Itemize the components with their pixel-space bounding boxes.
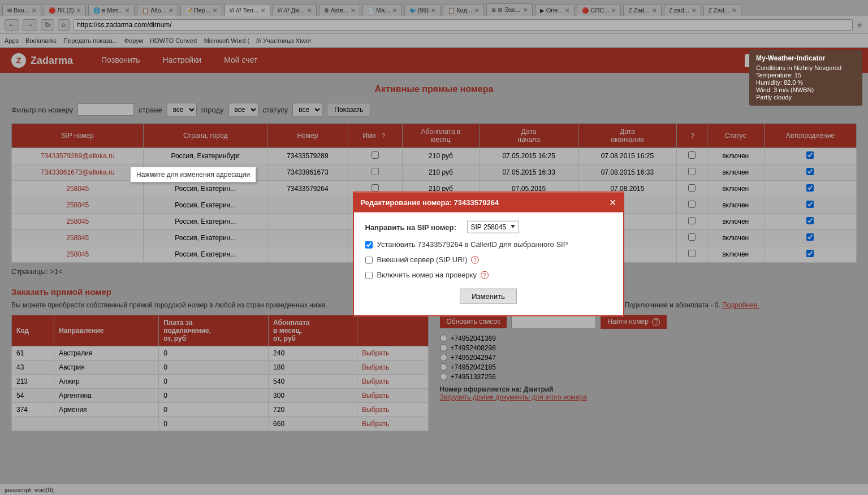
modal-callerid-row: Установить 73433579264 в CallerID для вы… bbox=[365, 240, 612, 250]
weather-title: My-Weather-Indicator bbox=[756, 54, 856, 62]
modal-submit-button[interactable]: Изменить bbox=[460, 288, 517, 303]
modal-verify-row: Включить номер на проверку ? bbox=[365, 270, 612, 280]
verify-number-checkbox[interactable] bbox=[365, 271, 373, 279]
external-server-label: Внешний сервер (SIP URI) ? bbox=[377, 255, 480, 265]
modal-close-button[interactable]: ✕ bbox=[609, 197, 616, 208]
modal-title: Редактирование номера: 73433579264 bbox=[361, 198, 499, 207]
verify-number-label: Включить номер на проверку ? bbox=[377, 270, 489, 280]
weather-condition: Partly cloudy bbox=[756, 94, 856, 101]
weather-widget: My-Weather-Indicator Conditions in Nizhn… bbox=[749, 50, 862, 106]
weather-wind: Wind: 3 m/s (NWBN) bbox=[756, 86, 856, 93]
external-help-icon[interactable]: ? bbox=[471, 256, 479, 264]
modal-external-row: Внешний сервер (SIP URI) ? bbox=[365, 255, 612, 265]
modal-header: Редактирование номера: 73433579264 ✕ bbox=[354, 193, 623, 212]
verify-help-icon[interactable]: ? bbox=[481, 271, 489, 279]
weather-temperature: Temperature: 15 bbox=[756, 72, 856, 79]
caller-id-label: Установить 73433579264 в CallerID для вы… bbox=[377, 240, 568, 250]
edit-number-modal: Редактирование номера: 73433579264 ✕ Нап… bbox=[353, 192, 624, 316]
modal-sip-label: Направить на SIP номер: bbox=[365, 223, 467, 231]
external-server-checkbox[interactable] bbox=[365, 257, 373, 264]
weather-humidity: Humidity: 82.0 % bbox=[756, 79, 856, 86]
modal-sip-row: Направить на SIP номер: SIP 258045 bbox=[365, 221, 612, 233]
tooltip: Нажмите для изменения адресации bbox=[130, 167, 256, 183]
modal-sip-select[interactable]: SIP 258045 bbox=[467, 221, 519, 233]
weather-city: Conditions in Nizhny Novgorod bbox=[756, 64, 856, 71]
caller-id-checkbox[interactable] bbox=[365, 241, 373, 249]
